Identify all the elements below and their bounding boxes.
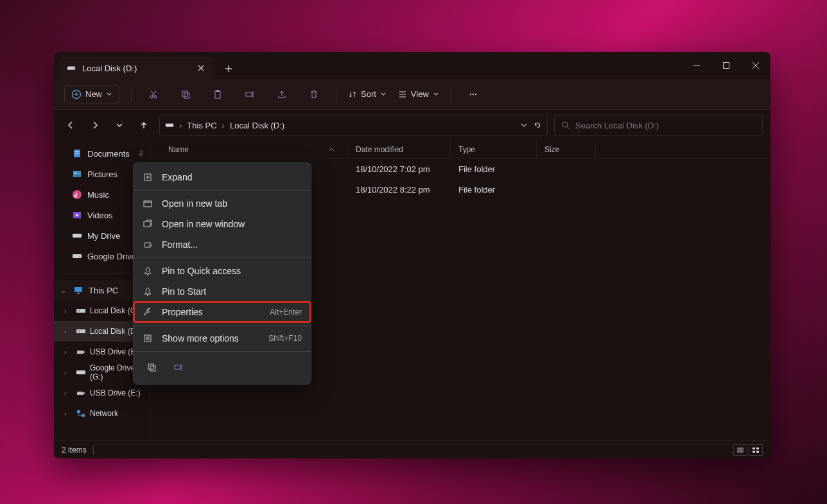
view-button[interactable]: View [398, 89, 439, 99]
svg-rect-9 [216, 90, 219, 92]
close-tab-icon[interactable] [196, 64, 205, 73]
ctx-bottom-row [134, 354, 311, 380]
format-icon [143, 239, 153, 250]
details-view-button[interactable] [733, 444, 747, 456]
svg-rect-18 [75, 153, 79, 153]
svg-point-11 [470, 93, 471, 94]
up-button[interactable] [135, 116, 153, 134]
delete-button[interactable] [304, 84, 324, 105]
toolbar-separator [336, 87, 336, 102]
svg-rect-33 [77, 351, 83, 354]
ctx-pin-start[interactable]: Pin to Start [134, 281, 311, 302]
paste-button[interactable] [207, 84, 228, 105]
item-count-label: 2 items [62, 446, 87, 455]
breadcrumb-this-pc[interactable]: This PC [187, 121, 216, 130]
chevron-right-icon[interactable]: › [222, 121, 225, 130]
search-icon [561, 121, 570, 130]
chevron-right-icon[interactable]: › [64, 348, 72, 356]
ctx-separator [134, 325, 311, 326]
column-date[interactable]: Date modified [348, 141, 451, 158]
close-window-button[interactable] [741, 52, 770, 79]
svg-rect-2 [724, 63, 729, 69]
forward-button[interactable] [86, 116, 104, 134]
ctx-pin-quick-access[interactable]: Pin to Quick access [134, 261, 311, 281]
search-bar[interactable] [554, 115, 763, 135]
svg-rect-37 [77, 392, 83, 395]
maximize-button[interactable] [711, 52, 741, 79]
svg-rect-27 [74, 287, 82, 292]
svg-point-49 [149, 245, 150, 246]
column-type[interactable]: Type [451, 141, 537, 158]
ctx-properties[interactable]: Properties Alt+Enter [134, 302, 311, 322]
ctx-format[interactable]: Format... [134, 234, 311, 255]
chevron-down-icon [380, 91, 387, 98]
this-pc-label: This PC [89, 286, 118, 295]
sidebar-item-documents[interactable]: Documents [54, 143, 150, 164]
drive-icon [72, 230, 82, 241]
chevron-right-icon[interactable]: › [64, 327, 72, 335]
search-input[interactable] [575, 121, 756, 130]
column-name[interactable]: Name [150, 141, 348, 158]
ctx-copy-button[interactable] [143, 358, 161, 376]
svg-rect-8 [215, 91, 220, 98]
address-bar[interactable]: › This PC › Local Disk (D:) [159, 115, 548, 135]
back-button[interactable] [62, 116, 80, 134]
more-button[interactable] [463, 84, 483, 105]
sidebar-item-label: USB Drive (E:) [90, 388, 141, 397]
svg-rect-6 [182, 91, 187, 96]
more-options-icon [143, 333, 153, 343]
toolbar-separator [131, 87, 132, 102]
svg-rect-43 [753, 451, 755, 453]
rename-button[interactable] [239, 84, 260, 105]
expand-icon [143, 172, 153, 182]
svg-rect-46 [144, 201, 152, 207]
share-button[interactable] [272, 84, 292, 105]
file-date: 18/10/2022 7:02 pm [348, 164, 451, 174]
address-dropdown-button[interactable] [520, 121, 528, 129]
chevron-right-icon[interactable]: › [64, 410, 72, 417]
chevron-right-icon[interactable]: › [64, 369, 72, 376]
column-headers: Name Date modified Type Size [150, 141, 770, 159]
copy-button[interactable] [175, 84, 196, 105]
file-date: 18/10/2022 8:22 pm [348, 185, 451, 195]
ctx-open-new-tab[interactable]: Open in new tab [134, 193, 311, 214]
sidebar-divider [59, 273, 144, 274]
sidebar-item-label: My Drive [87, 231, 120, 241]
svg-rect-26 [79, 256, 80, 257]
chevron-down-icon [106, 91, 112, 98]
ctx-show-more-options[interactable]: Show more options Shift+F10 [134, 328, 311, 349]
svg-point-20 [75, 173, 77, 175]
sidebar-drive-network[interactable]: ›Network [54, 403, 150, 424]
chevron-right-icon[interactable]: › [179, 121, 182, 130]
sort-button[interactable]: Sort [348, 89, 387, 99]
drive-icon [76, 367, 86, 378]
svg-rect-28 [77, 293, 80, 294]
cut-button[interactable] [143, 84, 164, 105]
sidebar-drive-usb-drive-e-[interactable]: ›USB Drive (E:) [54, 383, 150, 403]
svg-rect-53 [175, 365, 180, 369]
new-button[interactable]: New [64, 85, 119, 103]
usb-icon [76, 388, 86, 398]
svg-point-5 [154, 96, 157, 98]
breadcrumb-local-disk-d[interactable]: Local Disk (D:) [230, 121, 284, 130]
recent-dropdown-button[interactable] [110, 116, 128, 134]
svg-rect-7 [184, 93, 189, 98]
ctx-open-new-window[interactable]: Open in new window [134, 214, 311, 234]
ctx-separator [134, 257, 311, 258]
chevron-right-icon[interactable]: › [64, 389, 72, 397]
new-label: New [85, 89, 102, 99]
thumbnails-view-button[interactable] [749, 444, 763, 456]
refresh-button[interactable] [533, 121, 542, 130]
sort-label: Sort [361, 89, 376, 99]
new-tab-button[interactable] [218, 58, 239, 79]
chevron-down-icon [433, 91, 439, 98]
svg-rect-1 [73, 68, 74, 69]
usb-icon [76, 347, 86, 357]
tab-local-disk-d[interactable]: Local Disk (D:) [59, 57, 213, 79]
chevron-right-icon[interactable]: › [64, 307, 72, 315]
column-size[interactable]: Size [537, 141, 596, 158]
minimize-button[interactable] [682, 52, 711, 79]
ctx-expand[interactable]: Expand [134, 167, 311, 187]
ctx-rename-button[interactable] [170, 358, 187, 376]
svg-point-12 [473, 93, 474, 94]
